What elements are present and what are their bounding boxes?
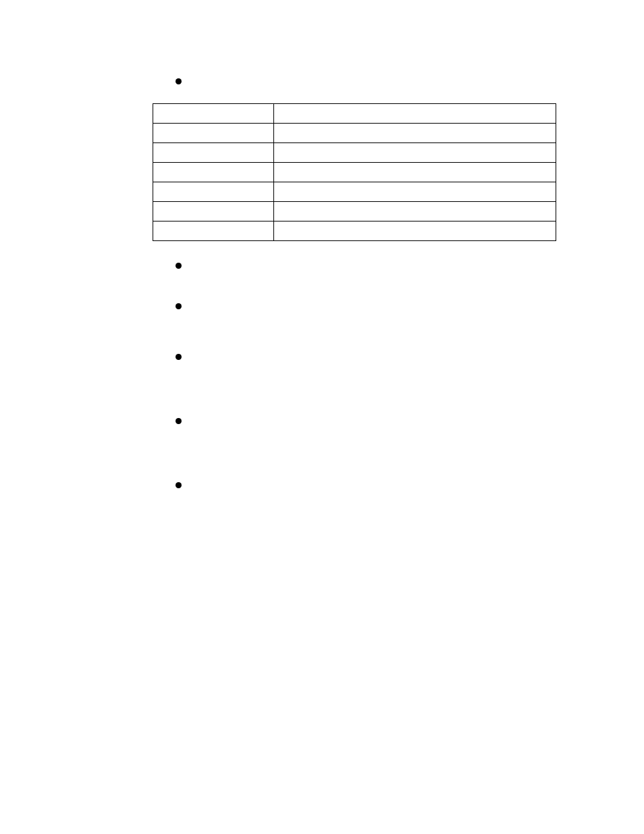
table-row	[153, 124, 556, 143]
intro-bullet	[176, 74, 563, 84]
bullet-icon	[176, 354, 182, 360]
table-row	[153, 182, 556, 202]
bullet-icon	[176, 263, 182, 269]
table-row	[153, 202, 556, 221]
table-row	[153, 163, 556, 182]
table-cell-right	[274, 202, 556, 221]
table-cell-left	[153, 202, 274, 221]
bullet-icon	[176, 418, 182, 424]
table-row	[153, 104, 556, 124]
bullet-icon	[176, 303, 182, 309]
bullet-icon	[176, 78, 182, 84]
list-item	[176, 414, 563, 424]
list-item	[176, 478, 563, 488]
table-cell-left	[153, 124, 274, 143]
table-cell-left	[153, 143, 274, 163]
sub-bullet-list	[176, 259, 563, 488]
bullet-icon	[176, 482, 182, 488]
table-cell-left	[153, 163, 274, 182]
list-item	[176, 299, 563, 309]
table-cell-right	[274, 163, 556, 182]
table-row	[153, 221, 556, 241]
table-cell-right	[274, 221, 556, 241]
table-cell-left	[153, 221, 274, 241]
table-cell-left	[153, 104, 274, 124]
table-row	[153, 143, 556, 163]
document-page	[0, 0, 644, 834]
table-cell-right	[274, 124, 556, 143]
table-cell-right	[274, 182, 556, 202]
table-cell-right	[274, 104, 556, 124]
list-item	[176, 259, 563, 269]
list-item	[176, 350, 563, 360]
data-table	[153, 103, 556, 241]
table-cell-left	[153, 182, 274, 202]
table-cell-right	[274, 143, 556, 163]
